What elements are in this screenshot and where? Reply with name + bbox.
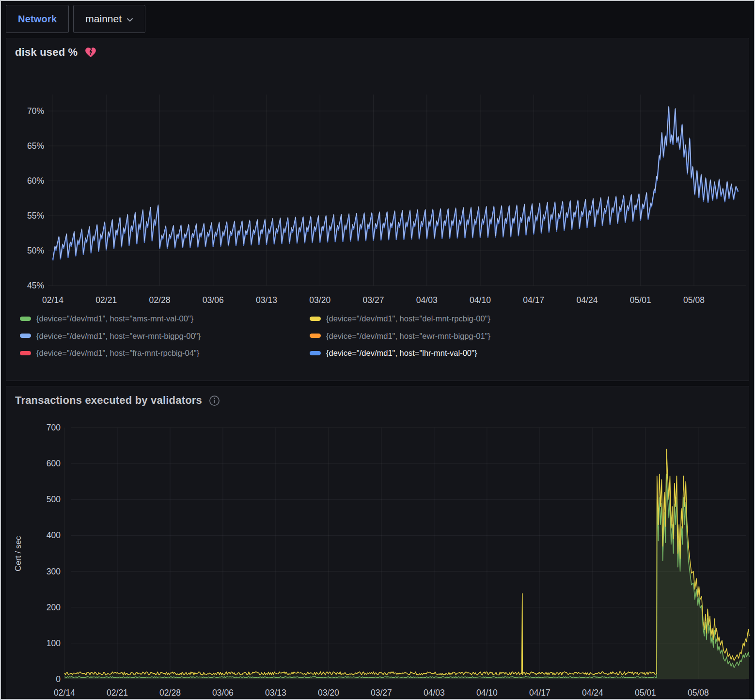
svg-text:04/03: 04/03 [424, 688, 445, 698]
legend-swatch [20, 351, 31, 355]
legend-swatch [310, 351, 321, 355]
info-icon[interactable] [209, 395, 220, 406]
svg-text:05/08: 05/08 [683, 295, 705, 305]
svg-text:05/01: 05/01 [635, 688, 656, 698]
legend-item[interactable]: {device="/dev/md1", host="lhr-mnt-val-00… [310, 349, 749, 357]
svg-text:60%: 60% [27, 176, 44, 186]
legend-item[interactable]: {device="/dev/md1", host="ewr-mnt-bigpg-… [20, 332, 310, 340]
svg-text:600: 600 [47, 459, 61, 468]
legend-item[interactable]: {device="/dev/md1", host="del-mnt-rpcbig… [310, 315, 749, 323]
transactions-panel: Transactions executed by validators 0100… [6, 386, 749, 700]
svg-text:0: 0 [56, 674, 61, 684]
disk-used-chart[interactable]: 45%50%55%60%65%70%02/1402/2102/2803/0603… [6, 63, 751, 311]
legend-item[interactable]: {device="/dev/md1", host="ams-mnt-val-00… [20, 315, 310, 323]
svg-text:100: 100 [47, 638, 61, 648]
svg-text:04/17: 04/17 [529, 688, 551, 698]
svg-text:300: 300 [47, 567, 61, 576]
svg-text:03/06: 03/06 [212, 688, 234, 698]
svg-text:03/06: 03/06 [203, 295, 224, 305]
legend-swatch [20, 334, 31, 338]
variable-bar: Network mainnet [6, 5, 749, 33]
svg-text:05/08: 05/08 [688, 688, 709, 698]
svg-text:02/14: 02/14 [42, 295, 63, 305]
legend-swatch [20, 317, 31, 321]
tx-line-green [64, 474, 749, 678]
y-axis-label: Cert / sec [14, 536, 23, 571]
svg-text:45%: 45% [27, 281, 44, 290]
gridlines [64, 428, 746, 679]
tx-area-yellow [64, 449, 749, 680]
disk-used-legend: {device="/dev/md1", host="ams-mnt-val-00… [6, 315, 749, 357]
transactions-panel-header: Transactions executed by validators [6, 386, 749, 411]
svg-text:04/10: 04/10 [470, 295, 491, 305]
svg-text:70%: 70% [27, 106, 44, 116]
svg-text:55%: 55% [27, 211, 44, 221]
transactions-panel-title[interactable]: Transactions executed by validators [15, 394, 202, 407]
network-variable-box: Network [6, 5, 69, 33]
svg-text:50%: 50% [27, 246, 44, 255]
svg-text:03/13: 03/13 [265, 688, 286, 698]
legend-item-label: {device="/dev/md1", host="ams-mnt-val-00… [36, 315, 193, 323]
transactions-chart[interactable]: 010020030040050060070002/1402/2102/2803/… [6, 411, 751, 700]
svg-text:500: 500 [47, 494, 61, 504]
legend-swatch [310, 334, 321, 338]
legend-item-label: {device="/dev/md1", host="ewr-mnt-bigpg-… [36, 332, 201, 340]
axis-labels: 010020030040050060070002/1402/2102/2803/… [47, 423, 709, 698]
disk-usage-line [53, 108, 738, 260]
tx-line-yellow [64, 449, 749, 675]
svg-text:03/27: 03/27 [363, 295, 384, 305]
svg-text:05/01: 05/01 [630, 295, 651, 305]
disk-used-panel-title[interactable]: disk used % [15, 46, 78, 59]
svg-text:04/17: 04/17 [523, 295, 544, 305]
svg-text:03/20: 03/20 [318, 688, 339, 698]
svg-text:04/10: 04/10 [476, 688, 498, 698]
svg-text:65%: 65% [27, 141, 44, 151]
network-variable-value: mainnet [85, 13, 122, 25]
gridlines [48, 95, 746, 286]
legend-item[interactable]: {device="/dev/md1", host="fra-mnt-rpcbig… [20, 349, 310, 357]
svg-text:04/03: 04/03 [416, 295, 438, 305]
disk-used-panel: disk used % 45%50%55%60%65%70%02/1402/21… [6, 38, 749, 381]
broken-heart-icon [84, 46, 97, 59]
axis-labels: 45%50%55%60%65%70%02/1402/2102/2803/0603… [27, 106, 705, 305]
disk-used-panel-header: disk used % [6, 38, 749, 63]
chevron-down-icon [126, 17, 133, 22]
network-variable-select[interactable]: mainnet [73, 5, 145, 33]
svg-text:02/21: 02/21 [95, 295, 117, 305]
svg-text:03/13: 03/13 [256, 295, 277, 305]
svg-text:04/24: 04/24 [582, 688, 603, 698]
svg-text:02/28: 02/28 [159, 688, 181, 698]
legend-item-label: {device="/dev/md1", host="fra-mnt-rpcbig… [36, 349, 199, 357]
legend-item[interactable]: {device="/dev/md1", host="ewr-mnt-bigpg-… [310, 332, 749, 340]
network-variable-label: Network [18, 14, 57, 25]
legend-swatch [310, 317, 321, 321]
svg-text:03/20: 03/20 [309, 295, 330, 305]
svg-text:400: 400 [47, 530, 61, 540]
svg-text:04/24: 04/24 [577, 295, 598, 305]
dashboard: Network mainnet disk used % 45%50%55%60%… [0, 0, 755, 700]
tx-area-green [64, 474, 749, 679]
svg-text:700: 700 [47, 423, 61, 432]
svg-text:200: 200 [47, 603, 61, 612]
svg-text:02/21: 02/21 [107, 688, 128, 698]
svg-text:02/28: 02/28 [149, 295, 171, 305]
svg-text:03/27: 03/27 [371, 688, 392, 698]
legend-item-label: {device="/dev/md1", host="ewr-mnt-bigpg-… [326, 332, 490, 340]
legend-item-label: {device="/dev/md1", host="del-mnt-rpcbig… [326, 315, 490, 323]
legend-item-label: {device="/dev/md1", host="lhr-mnt-val-00… [326, 349, 477, 357]
svg-text:02/14: 02/14 [54, 688, 75, 698]
